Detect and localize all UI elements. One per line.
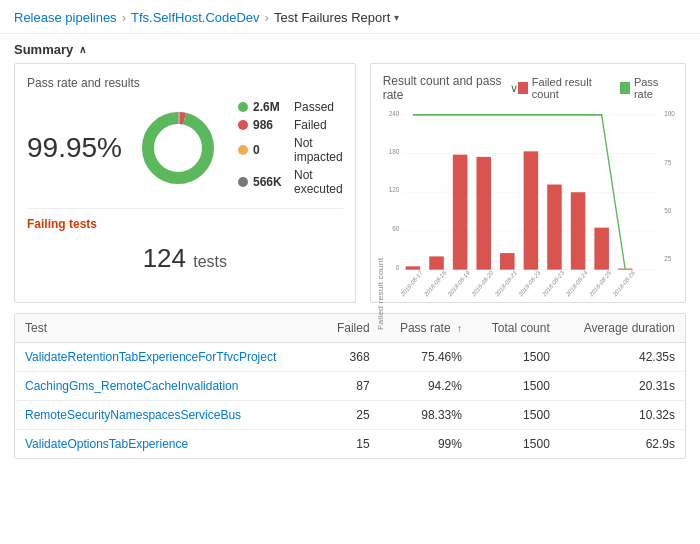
legend-passed-label: Passed	[294, 100, 334, 114]
bar-5	[523, 151, 538, 269]
table-header: Test Failed Pass rate ↑ Total count Aver…	[15, 314, 685, 343]
failing-tests-section: Failing tests 124 tests	[27, 208, 343, 278]
chart-legend-failed-label: Failed result count	[532, 76, 608, 100]
svg-text:120: 120	[388, 186, 399, 195]
svg-text:2018-08-25: 2018-08-25	[588, 269, 612, 298]
svg-text:2018-08-17: 2018-08-17	[400, 269, 424, 298]
y-axis-label: Failed result count	[376, 257, 384, 330]
breadcrumb-sep-1: ›	[122, 10, 126, 25]
bar-chart-svg: Failed result count 0 60 120 180 240 100…	[383, 106, 673, 294]
breadcrumb-dropdown-icon[interactable]: ▾	[394, 12, 399, 23]
col-avg-duration: Average duration	[560, 314, 685, 343]
legend-passed-value: 2.6M	[253, 100, 289, 114]
col-test: Test	[15, 314, 320, 343]
legend-failed-value: 986	[253, 118, 289, 132]
chart-legend-passrate-color	[620, 82, 630, 94]
svg-text:2018-08-20: 2018-08-20	[470, 269, 494, 298]
col-pass-rate[interactable]: Pass rate ↑	[380, 314, 472, 343]
failing-tests-count: 124 tests	[27, 231, 343, 278]
pass-rate-title: Pass rate and results	[27, 76, 343, 90]
svg-point-4	[156, 126, 200, 170]
cell-test[interactable]: CachingGms_RemoteCacheInvalidation	[15, 372, 320, 401]
svg-text:100: 100	[664, 109, 675, 118]
cell-failed: 25	[320, 401, 379, 430]
cell-total-count: 1500	[472, 401, 560, 430]
legend-passed-dot	[238, 102, 248, 112]
summary-header: Summary ∧	[0, 34, 700, 63]
chart-dropdown-icon[interactable]: ∨	[510, 82, 518, 95]
legend-not-impacted-label: Not impacted	[294, 136, 343, 164]
legend-not-executed-label: Not executed	[294, 168, 343, 196]
cell-pass-rate: 94.2%	[380, 372, 472, 401]
bar-1	[429, 256, 444, 269]
legend-not-impacted: 0 Not impacted	[238, 136, 343, 164]
results-table: Test Failed Pass rate ↑ Total count Aver…	[15, 314, 685, 458]
svg-text:2018-08-21: 2018-08-21	[494, 269, 518, 298]
breadcrumb: Release pipelines › Tfs.SelfHost.CodeDev…	[0, 0, 700, 34]
svg-text:2018-08-23: 2018-08-23	[518, 269, 542, 298]
bar-0	[405, 266, 420, 269]
legend-failed-dot	[238, 120, 248, 130]
chart-legend-passrate: Pass rate	[620, 76, 673, 100]
col-total-count: Total count	[472, 314, 560, 343]
bar-4	[500, 253, 515, 270]
pass-rate-body: 99.95%	[27, 100, 343, 196]
chart-legend-passrate-label: Pass rate	[634, 76, 673, 100]
breadcrumb-sep-2: ›	[265, 10, 269, 25]
chart-panel: Result count and pass rate ∨ Failed resu…	[370, 63, 686, 303]
cell-avg-duration: 42.35s	[560, 343, 685, 372]
bar-8	[594, 228, 609, 270]
breadcrumb-selfhost[interactable]: Tfs.SelfHost.CodeDev	[131, 10, 260, 25]
cell-total-count: 1500	[472, 343, 560, 372]
chart-legend-container: Failed result count Pass rate	[518, 76, 673, 100]
legend-not-executed-dot	[238, 177, 248, 187]
table-row[interactable]: RemoteSecurityNamespacesServiceBus 25 98…	[15, 401, 685, 430]
breadcrumb-release-pipelines[interactable]: Release pipelines	[14, 10, 117, 25]
bar-3	[476, 157, 491, 270]
cell-test[interactable]: ValidateRetentionTabExperienceForTfvcPro…	[15, 343, 320, 372]
cell-pass-rate: 75.46%	[380, 343, 472, 372]
cell-pass-rate: 98.33%	[380, 401, 472, 430]
bar-2	[453, 155, 468, 270]
bar-7	[570, 192, 585, 269]
failing-tests-title: Failing tests	[27, 217, 343, 231]
cell-failed: 368	[320, 343, 379, 372]
table-row[interactable]: ValidateRetentionTabExperienceForTfvcPro…	[15, 343, 685, 372]
panels-container: Pass rate and results 99.95%	[0, 63, 700, 303]
pass-rate-panel: Pass rate and results 99.95%	[14, 63, 356, 303]
svg-text:60: 60	[392, 224, 399, 233]
legend-not-executed-value: 566K	[253, 175, 289, 189]
legend-failed-label: Failed	[294, 118, 327, 132]
cell-test[interactable]: RemoteSecurityNamespacesServiceBus	[15, 401, 320, 430]
cell-failed: 87	[320, 372, 379, 401]
svg-text:2018-08-18: 2018-08-18	[423, 269, 447, 298]
cell-total-count: 1500	[472, 430, 560, 459]
table-row[interactable]: CachingGms_RemoteCacheInvalidation 87 94…	[15, 372, 685, 401]
collapse-icon[interactable]: ∧	[79, 44, 86, 55]
legend-passed: 2.6M Passed	[238, 100, 343, 114]
summary-label: Summary	[14, 42, 73, 57]
svg-text:50: 50	[664, 207, 671, 216]
svg-text:240: 240	[388, 109, 399, 118]
table-body: ValidateRetentionTabExperienceForTfvcPro…	[15, 343, 685, 459]
cell-test[interactable]: ValidateOptionsTabExperience	[15, 430, 320, 459]
bar-6	[547, 185, 562, 270]
chart-legend-failed: Failed result count	[518, 76, 608, 100]
cell-avg-duration: 62.9s	[560, 430, 685, 459]
cell-total-count: 1500	[472, 372, 560, 401]
donut-chart	[138, 108, 218, 188]
legend-not-executed: 566K Not executed	[238, 168, 343, 196]
svg-text:2018-08-23: 2018-08-23	[541, 269, 565, 298]
cell-avg-duration: 10.32s	[560, 401, 685, 430]
svg-text:75: 75	[664, 158, 671, 167]
col-failed: Failed	[320, 314, 379, 343]
chart-legend: 2.6M Passed 986 Failed 0 Not impacted 56…	[238, 100, 343, 196]
legend-not-impacted-value: 0	[253, 143, 289, 157]
table-row[interactable]: ValidateOptionsTabExperience 15 99% 1500…	[15, 430, 685, 459]
legend-failed: 986 Failed	[238, 118, 343, 132]
svg-text:2018-08-19: 2018-08-19	[447, 269, 471, 298]
chart-panel-header: Result count and pass rate ∨ Failed resu…	[383, 74, 673, 102]
svg-text:25: 25	[664, 254, 671, 263]
legend-not-impacted-dot	[238, 145, 248, 155]
sort-icon: ↑	[457, 323, 462, 334]
